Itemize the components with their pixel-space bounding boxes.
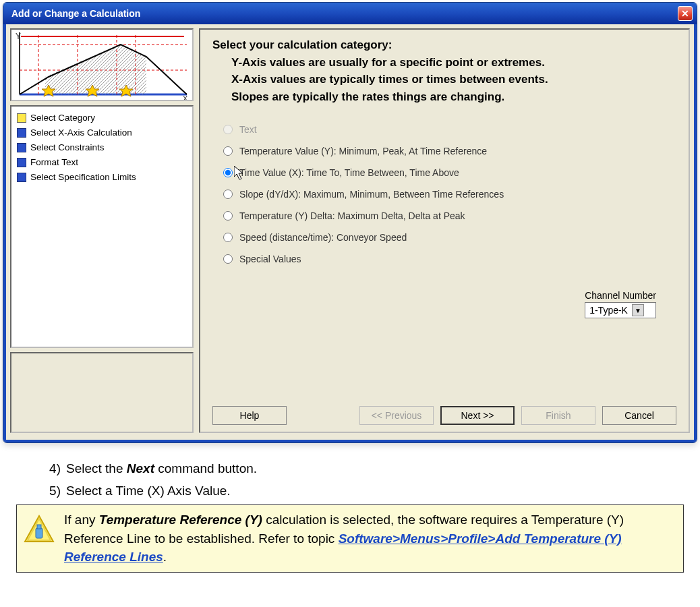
- wizard-steps: Select CategorySelect X-Axis Calculation…: [10, 105, 194, 348]
- step-label: Select Category: [30, 111, 95, 125]
- right-panel: Select your calculation category: Y-Axis…: [199, 28, 690, 433]
- step-marker-icon: [17, 158, 26, 167]
- category-option[interactable]: Speed (distance/time): Conveyor Speed: [223, 227, 676, 248]
- wizard-buttons: Help << Previous Next >> Finish Cancel: [212, 399, 676, 425]
- category-radio[interactable]: [223, 146, 233, 156]
- dialog-title: Add or Change a Calculation: [11, 8, 678, 19]
- category-radio[interactable]: [223, 190, 233, 199]
- instruction-list: 4)Select the Next command button.5)Selec…: [0, 451, 700, 500]
- close-icon[interactable]: ✕: [678, 6, 693, 21]
- prompt-text: Select your calculation category: Y-Axis…: [212, 36, 676, 105]
- tip-icon: [24, 515, 55, 546]
- dialog-body: Y X: [3, 24, 697, 442]
- svg-rect-18: [36, 528, 42, 538]
- prompt-line-3: Slopes are typically the rates things ar…: [212, 88, 676, 106]
- category-label: Temperature (Y) Delta: Maximum Delta, De…: [239, 210, 465, 221]
- category-option[interactable]: Special Values: [223, 248, 676, 270]
- instruction-number: 4): [45, 459, 61, 479]
- instruction-item: 4)Select the Next command button.: [40, 459, 680, 479]
- channel-label: Channel Number: [585, 290, 656, 301]
- previous-button: << Previous: [359, 406, 434, 425]
- wizard-diagram: Y X: [10, 28, 194, 101]
- category-option[interactable]: Temperature Value (Y): Minimum, Peak, At…: [223, 140, 676, 162]
- step-marker-icon: [17, 113, 26, 123]
- instruction-text: Select a Time (X) Axis Value.: [66, 482, 231, 501]
- category-label: Temperature Value (Y): Minimum, Peak, At…: [239, 146, 487, 156]
- channel-value: 1-Type-K: [589, 305, 628, 316]
- wizard-step[interactable]: Format Text: [17, 155, 187, 170]
- help-button[interactable]: Help: [212, 406, 287, 425]
- category-radio[interactable]: [223, 168, 233, 177]
- category-radio[interactable]: [223, 254, 233, 264]
- note-text: If any Temperature Reference (Y) calcula…: [64, 511, 674, 567]
- instruction-number: 5): [45, 482, 61, 501]
- step-marker-icon: [17, 143, 26, 152]
- instruction-text: Select the Next command button.: [66, 459, 257, 479]
- channel-select[interactable]: 1-Type-K ▼: [585, 302, 656, 318]
- step-label: Format Text: [30, 155, 78, 170]
- category-radio: [223, 125, 233, 134]
- dialog-window: Add or Change a Calculation ✕ Y X: [3, 2, 697, 443]
- description-box: [10, 352, 194, 433]
- note-box: If any Temperature Reference (Y) calcula…: [16, 504, 684, 573]
- category-label: Special Values: [239, 254, 301, 264]
- prompt-line-1: Y-Axis values are usually for a specific…: [212, 54, 676, 71]
- category-label: Slope (dY/dX): Maximum, Minimum, Between…: [239, 189, 504, 200]
- wizard-step[interactable]: Select X-Axis Calculation: [17, 125, 187, 140]
- instruction-item: 5)Select a Time (X) Axis Value.: [40, 482, 680, 501]
- category-label: Time Value (X): Time To, Time Between, T…: [239, 167, 459, 178]
- step-marker-icon: [17, 173, 26, 182]
- chevron-down-icon[interactable]: ▼: [632, 304, 644, 316]
- category-option[interactable]: Slope (dY/dX): Maximum, Minimum, Between…: [223, 183, 676, 205]
- category-label: Speed (distance/time): Conveyor Speed: [239, 232, 407, 243]
- category-option[interactable]: Time Value (X): Time To, Time Between, T…: [223, 162, 676, 183]
- prompt-line-2: X-Axis values are typically times or tim…: [212, 71, 676, 88]
- next-button[interactable]: Next >>: [440, 406, 515, 425]
- finish-button: Finish: [521, 406, 595, 425]
- category-options: TextTemperature Value (Y): Minimum, Peak…: [212, 111, 676, 270]
- step-label: Select Specification Limits: [30, 170, 136, 185]
- category-option: Text: [223, 119, 676, 140]
- channel-number-group: Channel Number 1-Type-K ▼: [585, 290, 656, 318]
- titlebar: Add or Change a Calculation ✕: [3, 3, 697, 24]
- svg-marker-11: [45, 45, 146, 94]
- step-marker-icon: [17, 128, 26, 138]
- left-column: Y X: [10, 28, 194, 433]
- wizard-step[interactable]: Select Category: [17, 111, 187, 125]
- wizard-step[interactable]: Select Constraints: [17, 140, 187, 155]
- category-radio[interactable]: [223, 233, 233, 242]
- svg-text:X: X: [183, 94, 188, 100]
- category-option[interactable]: Temperature (Y) Delta: Maximum Delta, De…: [223, 205, 676, 227]
- step-label: Select Constraints: [30, 140, 105, 155]
- wizard-step[interactable]: Select Specification Limits: [17, 170, 187, 185]
- prompt-title: Select your calculation category:: [212, 38, 392, 51]
- category-label: Text: [239, 124, 257, 135]
- cancel-button[interactable]: Cancel: [602, 406, 676, 425]
- step-label: Select X-Axis Calculation: [30, 125, 132, 140]
- category-radio[interactable]: [223, 211, 233, 221]
- svg-rect-19: [37, 525, 41, 529]
